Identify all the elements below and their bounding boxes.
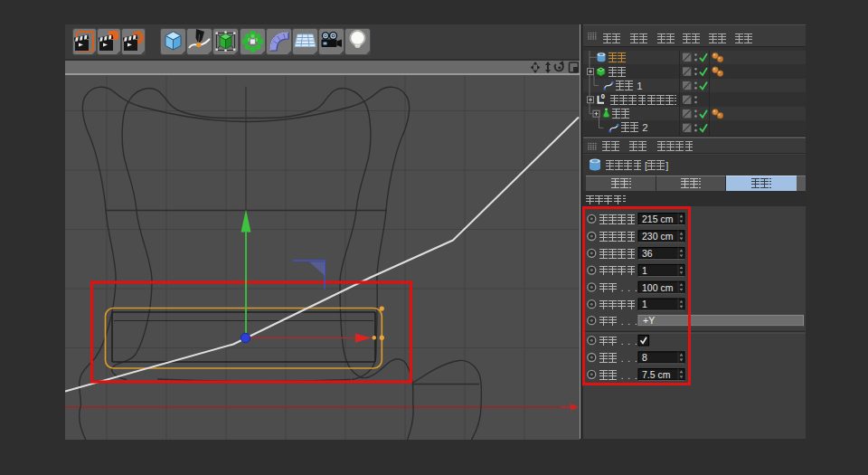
svg-text:0: 0 — [601, 92, 605, 100]
